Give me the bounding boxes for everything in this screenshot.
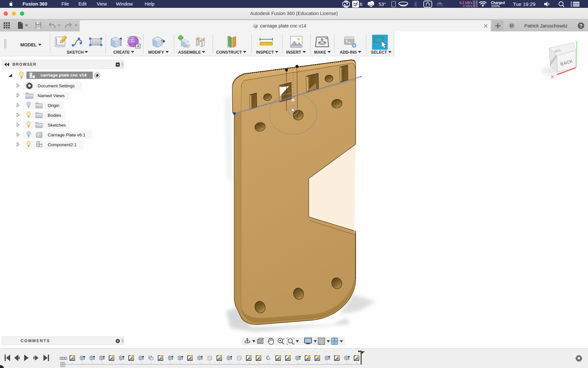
svg-text:Y: Y — [575, 40, 578, 44]
svg-text:X: X — [551, 74, 554, 79]
svg-text:?: ? — [580, 23, 582, 28]
